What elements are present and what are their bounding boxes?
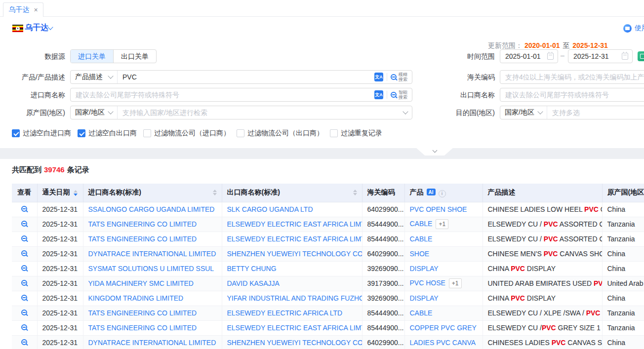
hs-code-label: 海关编码 xyxy=(430,70,495,84)
exporter-link[interactable]: YIFAR INDUSTRIAL AND TRADING FUZHOU... xyxy=(227,294,362,302)
origin-input[interactable] xyxy=(118,109,403,116)
sort-exporter-button[interactable] xyxy=(353,190,357,195)
tab-uganda[interactable]: 乌干达 × xyxy=(3,2,43,17)
importer-link[interactable]: YIDA MACHINERY SMC LIMITED xyxy=(88,279,194,287)
tab-import-customs[interactable]: 进口关单 xyxy=(71,50,113,63)
exporter-link[interactable]: SHENZHEN YUEWEIYI TECHNOLOGY CO LTD xyxy=(227,250,362,258)
cell-description: ELSEWEDY CU / PVC ASSORTED CLO... xyxy=(483,217,602,232)
importer-link[interactable]: KINGDOM TRADING LIMITED xyxy=(88,294,184,302)
exporter-link[interactable]: SHENZHEN YUEWEIYI TECHNOLOGY CO LTD xyxy=(227,339,362,347)
tab-export-customs[interactable]: 出口关单 xyxy=(113,50,156,63)
magnifier-icon xyxy=(21,280,27,286)
exporter-link[interactable]: ELSEWEDY ELECTRIC AFRICA LTD xyxy=(227,309,343,317)
importer-link[interactable]: SSALONGO CARGO UGANDA LIMITED xyxy=(88,205,215,213)
end-date-input[interactable] xyxy=(568,49,633,63)
filter-checkbox[interactable]: 过滤空白进口商 xyxy=(12,129,71,138)
view-record-button[interactable] xyxy=(21,205,27,213)
exporter-link[interactable]: ELSEWEDY ELECTRIC EAST AFRICA LIMTED xyxy=(227,324,362,332)
view-record-button[interactable] xyxy=(21,265,27,272)
importer-link[interactable]: SYSMAT SOLUTIONS U LIMITED SSUL xyxy=(88,265,214,272)
exporter-link[interactable]: BETTY CHUNG xyxy=(227,265,277,272)
cell-date: 2025-12-31 xyxy=(37,335,83,349)
view-record-button[interactable] xyxy=(21,279,27,287)
start-date-input[interactable] xyxy=(500,49,558,63)
more-products-badge[interactable]: +1 xyxy=(449,278,462,288)
country-title[interactable]: 乌干达 xyxy=(25,23,48,33)
filter-checkbox[interactable]: 过滤物流公司（进口商） xyxy=(143,129,230,138)
sort-importer-button[interactable] xyxy=(213,190,217,195)
chevron-down-icon[interactable] xyxy=(402,109,408,114)
help-link[interactable]: 使用 xyxy=(623,24,644,33)
description-text: ASSORTED CLO... xyxy=(558,235,602,243)
view-record-button[interactable] xyxy=(21,294,27,302)
view-record-button[interactable] xyxy=(21,309,27,317)
view-record-button[interactable] xyxy=(21,220,27,228)
exporter-input[interactable] xyxy=(500,91,644,99)
product-link[interactable]: COPPER PVC GREY xyxy=(410,324,477,332)
view-record-button[interactable] xyxy=(21,339,27,347)
importer-link[interactable]: TATS ENGINEERING CO LIMITED xyxy=(88,235,197,243)
importer-link[interactable]: TATS ENGINEERING CO LIMITED xyxy=(88,324,197,332)
view-record-button[interactable] xyxy=(21,324,27,332)
cell-hs-code: 39269090... xyxy=(362,261,404,276)
destination-input[interactable] xyxy=(547,109,644,116)
description-highlight: PVC xyxy=(511,265,525,272)
product-link[interactable]: DISPLAY xyxy=(410,294,439,302)
hs-code-input[interactable] xyxy=(500,73,644,81)
product-link[interactable]: CABLE xyxy=(410,220,433,228)
help-label: 使用 xyxy=(635,24,644,33)
filter-checkbox[interactable]: 过滤空白出口商 xyxy=(78,129,137,138)
checkbox-icon[interactable] xyxy=(12,129,20,137)
checkbox-icon[interactable] xyxy=(143,129,151,137)
filter-checkbox[interactable]: 过滤重复记录 xyxy=(330,129,382,138)
product-link[interactable]: CABLE xyxy=(410,309,433,317)
cell-importer: KINGDOM TRADING LIMITED xyxy=(83,291,222,306)
importer-label: 进口商名称 xyxy=(0,88,65,102)
exporter-link[interactable]: ELSEWEDY ELECTRIC EAST AFRICA LIMTED xyxy=(227,220,362,228)
exporter-link[interactable]: DAVID KASAJJA xyxy=(227,279,280,287)
origin-type-select[interactable]: 国家/地区 xyxy=(71,106,118,119)
product-link[interactable]: CABLE xyxy=(410,235,433,243)
importer-link[interactable]: DYNATRACE INTERNATIONAL LIMITED xyxy=(88,250,216,258)
fuzzy-search-button[interactable]: 模糊搜索 xyxy=(391,72,407,82)
checkbox-icon[interactable] xyxy=(237,129,244,137)
importer-link[interactable]: TATS ENGINEERING CO LIMITED xyxy=(88,220,197,228)
more-products-badge[interactable]: +1 xyxy=(436,219,448,229)
importer-link[interactable]: DYNATRACE INTERNATIONAL LIMITED xyxy=(88,339,216,347)
product-link[interactable]: LADIES PVC CANVA xyxy=(410,339,476,347)
cell-description: CHINESES LADIES PVC CANVAS SIZE... xyxy=(483,335,602,349)
close-icon[interactable]: × xyxy=(34,6,38,14)
importer-input[interactable] xyxy=(71,91,374,99)
view-record-button[interactable] xyxy=(21,235,27,243)
filter-checkbox[interactable]: 过滤物流公司（出口商） xyxy=(237,129,323,138)
translate-icon[interactable]: 文A xyxy=(374,73,383,81)
product-search-input[interactable] xyxy=(118,73,374,81)
start-date-value[interactable] xyxy=(500,52,547,60)
product-type-select[interactable]: 产品描述 xyxy=(71,71,118,83)
exporter-link[interactable]: ELSEWEDY ELECTRIC EAST AFRICA LIMTED xyxy=(227,235,362,243)
cell-importer: YIDA MACHINERY SMC LIMITED xyxy=(83,276,222,291)
update-range-from: 2020-01-01 xyxy=(524,41,560,49)
product-input-group: 产品描述 文A 模糊搜索 xyxy=(70,70,412,84)
product-link[interactable]: PVC HOSE xyxy=(410,279,445,287)
product-link[interactable]: PVC OPEN SHOE xyxy=(410,205,467,213)
translate-icon[interactable]: 文A xyxy=(374,90,383,99)
smart-search-button[interactable]: 智能搜索 xyxy=(391,90,407,100)
green-tool-icon[interactable] xyxy=(638,51,644,61)
checkbox-icon[interactable] xyxy=(78,129,85,137)
view-record-button[interactable] xyxy=(21,250,27,258)
info-icon[interactable] xyxy=(439,190,446,197)
cell-hs-code: 39269090... xyxy=(362,291,404,306)
exporter-link[interactable]: SLK CARGO UGANDA LTD xyxy=(227,205,313,213)
table-row: 2025-12-31 TATS ENGINEERING CO LIMITED E… xyxy=(12,217,644,232)
end-date-value[interactable] xyxy=(568,52,615,60)
chevron-down-icon[interactable] xyxy=(47,24,53,30)
destination-type-select[interactable]: 国家/地区 xyxy=(500,106,547,119)
sort-date-button[interactable] xyxy=(74,190,78,196)
checkbox-icon[interactable] xyxy=(330,129,338,137)
product-link[interactable]: SHOE xyxy=(410,250,430,258)
importer-link[interactable]: TATS ENGINEERING CO LIMITED xyxy=(88,309,197,317)
col-product: 产品AI xyxy=(404,184,483,202)
cell-hs-code: 85444900... xyxy=(362,306,404,320)
product-link[interactable]: DISPLAY xyxy=(410,265,439,272)
